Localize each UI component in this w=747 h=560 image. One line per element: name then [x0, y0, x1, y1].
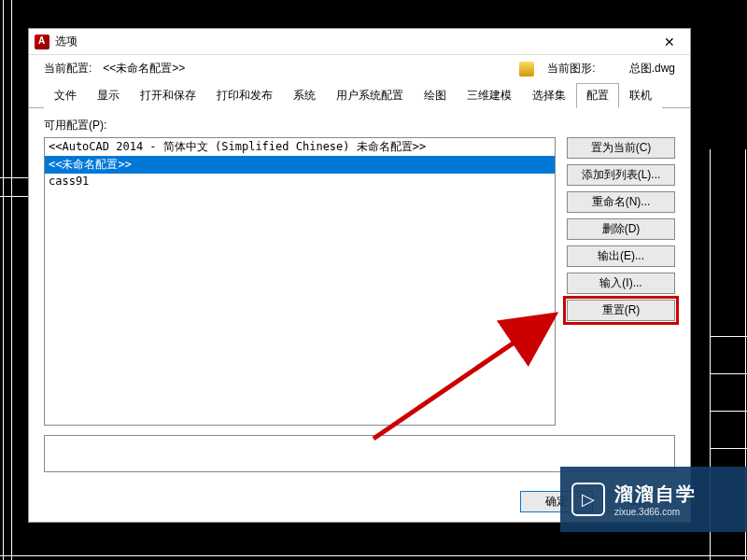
tab-打印和发布[interactable]: 打印和发布: [206, 83, 283, 108]
cad-line: [0, 555, 747, 556]
add-to-list-button[interactable]: 添加到列表(L)...: [567, 164, 675, 186]
tab-用户系统配置[interactable]: 用户系统配置: [326, 83, 414, 108]
titlebar: 选项 ✕: [29, 29, 690, 55]
available-profiles-label: 可用配置(P):: [44, 118, 675, 133]
watermark-title: 溜溜自学: [614, 482, 697, 507]
current-drawing-value: 总图.dwg: [629, 61, 675, 77]
cad-line: [710, 448, 747, 449]
autocad-icon: [35, 35, 49, 49]
tab-打开和保存[interactable]: 打开和保存: [130, 83, 206, 108]
tab-联机[interactable]: 联机: [619, 83, 662, 108]
tab-三维建模[interactable]: 三维建模: [457, 83, 522, 108]
current-profile-value: <<未命名配置>>: [103, 61, 185, 77]
options-dialog: 选项 ✕ 当前配置: <<未命名配置>> 当前图形: 总图.dwg 文件显示打开…: [28, 28, 691, 523]
cad-line: [710, 411, 747, 412]
rename-button[interactable]: 重命名(N)...: [567, 191, 675, 213]
cad-line: [710, 373, 747, 374]
profile-info-row: 当前配置: <<未命名配置>> 当前图形: 总图.dwg: [29, 55, 690, 82]
tab-绘图[interactable]: 绘图: [414, 83, 457, 108]
tab-选择集[interactable]: 选择集: [522, 83, 576, 108]
import-button[interactable]: 输入(I)...: [567, 273, 675, 294]
export-button[interactable]: 输出(E)...: [567, 245, 675, 267]
cad-line: [0, 196, 28, 197]
watermark: ▷ 溜溜自学 zixue.3d66.com: [560, 467, 747, 532]
drawing-icon: [519, 62, 534, 77]
reset-button[interactable]: 重置(R): [567, 300, 675, 321]
tab-文件[interactable]: 文件: [44, 83, 87, 108]
profile-list-item[interactable]: <<AutoCAD 2014 - 简体中文 (Simplified Chines…: [45, 138, 555, 156]
set-current-button[interactable]: 置为当前(C): [567, 137, 675, 159]
delete-button[interactable]: 删除(D): [567, 218, 675, 240]
profile-buttons-column: 置为当前(C) 添加到列表(L)... 重命名(N)... 删除(D) 输出(E…: [567, 137, 675, 426]
close-button[interactable]: ✕: [655, 32, 684, 52]
watermark-sub: zixue.3d66.com: [614, 507, 697, 517]
tab-显示[interactable]: 显示: [87, 83, 130, 108]
tab-系统[interactable]: 系统: [283, 83, 326, 108]
cad-line: [11, 0, 12, 560]
tab-content-profiles: 可用配置(P): <<AutoCAD 2014 - 简体中文 (Simplifi…: [29, 108, 690, 482]
profile-list-item[interactable]: cass91: [45, 174, 555, 189]
tab-配置[interactable]: 配置: [576, 83, 619, 108]
cad-line: [3, 0, 4, 560]
cad-line: [0, 177, 28, 178]
dialog-title: 选项: [55, 34, 655, 49]
current-profile-label: 当前配置:: [44, 61, 92, 77]
play-icon: ▷: [571, 483, 605, 516]
current-drawing-label: 当前图形:: [547, 61, 595, 77]
tab-bar: 文件显示打开和保存打印和发布系统用户系统配置绘图三维建模选择集配置联机: [29, 82, 690, 108]
profile-list-item[interactable]: <<未命名配置>>: [45, 156, 555, 174]
cad-line: [710, 336, 747, 337]
profiles-listbox[interactable]: <<AutoCAD 2014 - 简体中文 (Simplified Chines…: [44, 137, 556, 426]
